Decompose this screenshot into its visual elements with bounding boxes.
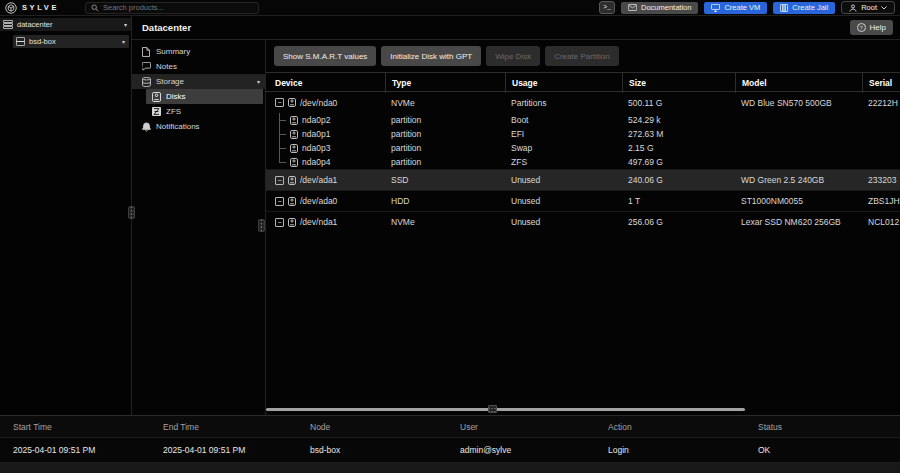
device-size: 240.06 G [622, 175, 735, 185]
log-column-header[interactable]: User [460, 422, 608, 432]
documentation-button[interactable]: Documentation [621, 2, 698, 14]
partition-cell: nda0p2 [266, 113, 385, 127]
log-column-header[interactable]: Start Time [13, 422, 163, 432]
sidebar-item-label: Notifications [156, 122, 200, 131]
device-type: NVMe [385, 217, 505, 227]
device-type: NVMe [385, 98, 505, 108]
column-header-model[interactable]: Model [735, 73, 862, 93]
chat-bubble-icon [141, 62, 151, 71]
log-panel-footer-strip [0, 463, 900, 473]
log-cell: 2025-04-01 09:51 PM [163, 445, 310, 455]
server-stack-icon [3, 20, 13, 29]
column-header-size[interactable]: Size [622, 73, 735, 93]
sidebar-item-disks[interactable]: Disks [146, 89, 263, 104]
create-partition-button[interactable]: Create Partition [545, 46, 619, 66]
chevron-down-icon: ▾ [122, 39, 125, 45]
column-header-device[interactable]: Device [266, 73, 385, 93]
table-row[interactable]: −/dev/nda1NVMeUnused256.06 GLexar SSD NM… [266, 211, 900, 232]
audit-log-panel: Start TimeEnd TimeNodeUserActionStatus 2… [0, 415, 900, 473]
collapse-toggle-icon[interactable]: − [275, 98, 284, 107]
column-header-serial[interactable]: Serial [862, 73, 900, 93]
sidebar-item-label: Summary [156, 47, 190, 56]
table-row-partition[interactable]: nda0p4partitionZFS497.69 G [266, 155, 900, 169]
bell-icon [141, 122, 151, 132]
tree-item-bsd-box[interactable]: bsd-box ▾ [13, 35, 129, 48]
device-usage: Unused [505, 175, 622, 185]
main-content: Show S.M.A.R.T values Initialize Disk wi… [266, 40, 900, 415]
log-column-header[interactable]: Status [758, 422, 900, 432]
scrollbar-grip-icon[interactable] [488, 405, 497, 413]
sidebar-item-summary[interactable]: Summary [132, 44, 265, 59]
table-row-partition[interactable]: nda0p1partitionEFI272.63 M [266, 127, 900, 141]
log-cell: OK [758, 445, 900, 455]
table-row-partition[interactable]: nda0p2partitionBoot524.29 k [266, 113, 900, 127]
partition-name: nda0p2 [302, 115, 330, 125]
create-vm-button[interactable]: Create VM [704, 2, 767, 14]
device-cell: −/dev/ada1 [266, 170, 385, 190]
tree-item-datacenter[interactable]: datacenter ▾ [0, 18, 131, 31]
device-size: 256.06 G [622, 217, 735, 227]
partition-type: partition [385, 129, 505, 139]
collapse-toggle-icon[interactable]: − [275, 176, 284, 185]
table-row[interactable]: −/dev/nda0NVMePartitions500.11 GWD Blue … [266, 92, 900, 113]
collapse-toggle-icon[interactable]: − [275, 218, 284, 227]
user-menu-button[interactable]: Root [841, 1, 895, 14]
database-icon [141, 77, 151, 87]
section-menu: Summary Notes [132, 40, 266, 415]
partition-name: nda0p1 [302, 129, 330, 139]
table-row[interactable]: −/dev/ada0HDDUnused1 TST1000NM0055ZBS1JH [266, 190, 900, 211]
device-type: SSD [385, 175, 505, 185]
app-logo[interactable]: SYLVE [5, 2, 85, 14]
disk-toolbar: Show S.M.A.R.T values Initialize Disk wi… [266, 40, 900, 72]
terminal-button[interactable]: >_ [599, 1, 615, 14]
sidebar-resize-grip-icon[interactable] [128, 206, 135, 219]
partition-size: 2.15 G [622, 143, 735, 153]
device-name: /dev/nda0 [300, 98, 337, 108]
search-box[interactable] [85, 2, 259, 14]
partition-cell: nda0p4 [266, 155, 385, 169]
menu-resize-grip-icon[interactable] [258, 219, 265, 232]
sidebar-item-notifications[interactable]: Notifications [132, 119, 265, 134]
log-column-header[interactable]: Action [608, 422, 758, 432]
horizontal-scrollbar[interactable] [266, 408, 745, 411]
search-input[interactable] [103, 3, 253, 12]
sidebar-item-storage[interactable]: Storage ▾ [132, 74, 265, 89]
sidebar-item-label: ZFS [166, 107, 181, 116]
column-header-type[interactable]: Type [385, 73, 505, 93]
show-smart-values-button[interactable]: Show S.M.A.R.T values [274, 46, 376, 66]
log-cell: admin@sylve [460, 445, 608, 455]
wipe-disk-button[interactable]: Wipe Disk [486, 46, 540, 66]
jail-bars-icon [780, 4, 788, 12]
chevron-down-icon: ▾ [257, 79, 260, 85]
log-column-header[interactable]: End Time [163, 422, 310, 432]
partition-type: partition [385, 157, 505, 167]
table-row-partition[interactable]: nda0p3partitionSwap2.15 G [266, 141, 900, 155]
device-model: ST1000NM0055 [735, 196, 862, 206]
drive-icon [288, 197, 296, 206]
table-row[interactable]: −/dev/ada1SSDUnused240.06 GWD Green 2.5 … [266, 169, 900, 190]
drive-icon [290, 130, 298, 139]
initialize-disk-gpt-button[interactable]: Initialize Disk with GPT [381, 46, 481, 66]
collapse-toggle-icon[interactable]: − [275, 197, 284, 206]
log-cell: Login [608, 445, 758, 455]
log-column-header[interactable]: Node [310, 422, 460, 432]
create-vm-label: Create VM [724, 3, 760, 12]
logo-text: SYLVE [22, 3, 59, 12]
sidebar-item-zfs[interactable]: ZFS [146, 104, 265, 119]
app-window: SYLVE >_ Documentation [0, 0, 900, 473]
device-serial: 233203 [862, 175, 900, 185]
app-body: datacenter ▾ bsd-box ▾ Datacenter ? [0, 16, 900, 415]
column-header-usage[interactable]: Usage [505, 73, 622, 93]
documentation-label: Documentation [641, 3, 691, 12]
tree-item-label: datacenter [17, 20, 52, 29]
device-usage: Unused [505, 217, 622, 227]
device-name: /dev/ada1 [300, 175, 337, 185]
log-table-header: Start TimeEnd TimeNodeUserActionStatus [0, 416, 900, 438]
top-bar: SYLVE >_ Documentation [0, 0, 900, 16]
log-table-row[interactable]: 2025-04-01 09:51 PM2025-04-01 09:51 PMbs… [0, 438, 900, 463]
log-cell: bsd-box [310, 445, 460, 455]
sidebar-item-notes[interactable]: Notes [132, 59, 265, 74]
create-jail-label: Create Jail [792, 3, 828, 12]
help-button[interactable]: ? Help [850, 20, 893, 35]
create-jail-button[interactable]: Create Jail [773, 2, 835, 14]
